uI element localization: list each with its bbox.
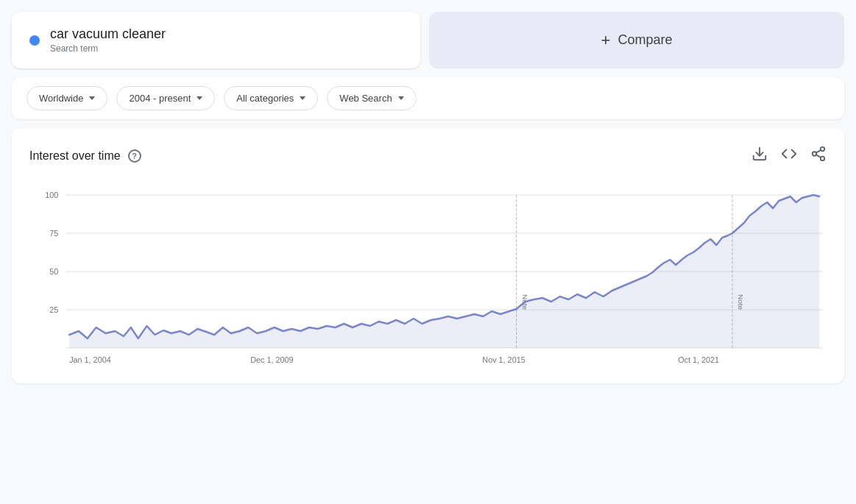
filter-category[interactable]: All categories bbox=[224, 86, 318, 110]
chevron-down-icon bbox=[89, 96, 95, 100]
svg-text:Nov 1, 2015: Nov 1, 2015 bbox=[482, 355, 525, 364]
embed-button[interactable] bbox=[781, 146, 797, 166]
filters-row: Worldwide 2004 - present All categories … bbox=[12, 77, 844, 119]
download-button[interactable] bbox=[751, 146, 768, 166]
chevron-down-icon bbox=[300, 96, 305, 100]
svg-text:25: 25 bbox=[49, 305, 58, 314]
chevron-down-icon bbox=[197, 96, 202, 100]
help-label: ? bbox=[132, 152, 137, 160]
chart-header: Interest over time ? bbox=[29, 146, 827, 166]
compare-card[interactable]: + Compare bbox=[429, 12, 844, 68]
filter-region-label: Worldwide bbox=[39, 93, 83, 104]
filter-type[interactable]: Web Search bbox=[327, 86, 416, 110]
chart-actions bbox=[751, 146, 827, 166]
filter-type-label: Web Search bbox=[339, 93, 392, 104]
trend-chart: 100 75 50 25 Jan 1, 2004 Dec 1, 2009 Nov… bbox=[29, 180, 827, 372]
page-wrapper: car vacuum cleaner Search term + Compare… bbox=[0, 0, 856, 395]
compare-plus-icon: + bbox=[601, 31, 611, 50]
filter-period[interactable]: 2004 - present bbox=[116, 86, 215, 110]
svg-text:75: 75 bbox=[49, 229, 58, 238]
filter-region[interactable]: Worldwide bbox=[26, 86, 107, 110]
filter-category-label: All categories bbox=[236, 93, 294, 104]
svg-text:50: 50 bbox=[49, 267, 58, 276]
chart-title: Interest over time bbox=[29, 149, 121, 163]
svg-text:Oct 1, 2021: Oct 1, 2021 bbox=[678, 355, 719, 364]
chart-card: Interest over time ? bbox=[12, 128, 844, 383]
chart-container: 100 75 50 25 Jan 1, 2004 Dec 1, 2009 Nov… bbox=[29, 180, 827, 372]
svg-line-4 bbox=[816, 155, 821, 157]
help-icon[interactable]: ? bbox=[128, 149, 141, 163]
chevron-down-icon bbox=[398, 96, 404, 100]
search-term-text: car vacuum cleaner Search term bbox=[50, 26, 166, 54]
search-dot bbox=[29, 35, 40, 46]
search-term-card: car vacuum cleaner Search term bbox=[12, 12, 420, 68]
top-row: car vacuum cleaner Search term + Compare bbox=[12, 12, 844, 68]
svg-text:100: 100 bbox=[45, 191, 58, 199]
filter-period-label: 2004 - present bbox=[129, 93, 191, 104]
search-term-subtitle: Search term bbox=[50, 43, 166, 54]
chart-title-row: Interest over time ? bbox=[29, 149, 141, 163]
svg-text:Jan 1, 2004: Jan 1, 2004 bbox=[69, 355, 111, 364]
search-term-title: car vacuum cleaner bbox=[50, 26, 166, 42]
svg-line-5 bbox=[816, 150, 821, 153]
compare-label: Compare bbox=[618, 32, 672, 48]
svg-text:Dec 1, 2009: Dec 1, 2009 bbox=[250, 355, 293, 364]
share-button[interactable] bbox=[810, 146, 827, 166]
